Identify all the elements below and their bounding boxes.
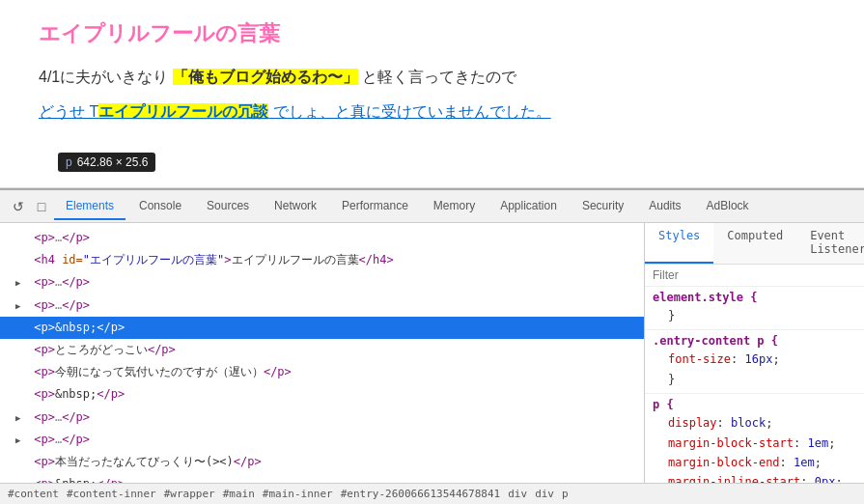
text2-prefix: どうせ T <box>39 103 98 120</box>
styles-tab-styles[interactable]: Styles <box>645 223 713 264</box>
devtools-panel: ↺ □ Elements Console Sources Network Per… <box>0 188 864 504</box>
tooltip-tag: p <box>66 155 72 169</box>
status-p[interactable]: p <box>562 488 569 500</box>
status-div2[interactable]: div <box>535 488 554 500</box>
triangle-icon <box>15 341 27 359</box>
triangle-icon <box>15 319 27 337</box>
tab-console[interactable]: Console <box>127 193 193 220</box>
style-section-entry: .entry-content p { font-size: 16px; } <box>645 330 864 394</box>
triangle-icon[interactable] <box>15 431 27 449</box>
tooltip-dimensions: 642.86 × 25.6 <box>77 155 149 169</box>
triangle-icon <box>15 229 27 247</box>
elem-line: <p>…</p> <box>0 406 644 429</box>
elem-line-selected: <p>&nbsp;</p> <box>0 317 644 339</box>
style-rule: margin-inline-start: 0px; <box>653 472 856 483</box>
status-wrapper[interactable]: #wrapper <box>164 488 215 500</box>
triangle-icon <box>15 453 27 471</box>
styles-tab-computed[interactable]: Computed <box>713 223 796 264</box>
tab-audits[interactable]: Audits <box>637 193 692 220</box>
elem-line: <p>&nbsp;</p> <box>0 473 644 483</box>
tab-performance[interactable]: Performance <box>330 193 420 220</box>
triangle-icon <box>15 251 27 269</box>
filter-bar <box>645 265 864 287</box>
styles-panel: Styles Computed Event Listeners element.… <box>645 223 864 483</box>
triangle-icon[interactable] <box>15 408 27 427</box>
devtools-main: <p>…</p> <h4 id="エイプリルフールの言葉">エイプリルフールの言… <box>0 223 864 483</box>
devtools-toolbar: ↺ □ Elements Console Sources Network Per… <box>0 190 864 223</box>
filter-input[interactable] <box>653 268 856 282</box>
styles-tab-event-listeners[interactable]: Event Listeners <box>796 223 864 264</box>
text2-highlight: エイプリルフールの冗談 <box>98 103 268 120</box>
triangle-icon <box>15 385 27 404</box>
style-section-element: element.style { } <box>645 287 864 330</box>
style-rule: font-size: 16px; <box>653 350 856 369</box>
page-text1: 4/1に夫がいきなり 「俺もブログ始めるわ〜」 と軽く言ってきたので <box>39 68 825 88</box>
triangle-icon[interactable] <box>15 273 27 292</box>
tab-network[interactable]: Network <box>263 193 328 220</box>
page-text2: どうせ Tエイプリルフールの冗談 でしょ、と真に受けていませんでした。 <box>39 102 825 123</box>
triangle-icon <box>15 475 27 483</box>
webpage-area: エイプリルフールの言葉 4/1に夫がいきなり 「俺もブログ始めるわ〜」 と軽く言… <box>0 0 864 188</box>
elem-line: <p>…</p> <box>0 429 644 451</box>
text1-prefix: 4/1に夫がいきなり <box>39 69 173 85</box>
status-content-inner[interactable]: #content-inner <box>67 488 156 500</box>
triangle-icon <box>15 363 27 381</box>
elem-line: <p>ところがどっこい</p> <box>0 339 644 361</box>
page-title: エイプリルフールの言葉 <box>39 19 825 48</box>
elem-line: <p>本当だったなんてびっくり〜(><)</p> <box>0 451 644 473</box>
elements-panel[interactable]: <p>…</p> <h4 id="エイプリルフールの言葉">エイプリルフールの言… <box>0 223 645 483</box>
elem-line: <p>…</p> <box>0 271 644 294</box>
tab-application[interactable]: Application <box>488 193 569 220</box>
elem-line: <p>…</p> <box>0 227 644 249</box>
status-bar: #content #content-inner #wrapper #main #… <box>0 483 864 504</box>
style-selector: p { <box>653 398 856 411</box>
text1-suffix: と軽く言ってきたので <box>358 69 516 85</box>
tab-adblock[interactable]: AdBlock <box>695 193 761 220</box>
elem-line: <h4 id="エイプリルフールの言葉">エイプリルフールの言葉</h4> <box>0 249 644 271</box>
elem-line: <p>&nbsp;</p> <box>0 383 644 406</box>
elem-line: <p>…</p> <box>0 294 644 317</box>
cursor-tool-icon[interactable]: ↺ <box>8 196 29 217</box>
status-main-inner[interactable]: #main-inner <box>263 488 333 500</box>
style-selector: .entry-content p { <box>653 334 856 348</box>
style-rule: display: block; <box>653 413 856 433</box>
elem-line: <p>今朝になって気付いたのですが（遅い）</p> <box>0 361 644 383</box>
tab-memory[interactable]: Memory <box>422 193 487 220</box>
style-rule: margin-block-start: 1em; <box>653 434 856 453</box>
tab-sources[interactable]: Sources <box>195 193 261 220</box>
style-rule: } <box>653 370 856 389</box>
style-selector: element.style { <box>653 291 856 304</box>
status-entry[interactable]: #entry-260066613544678841 <box>341 488 501 500</box>
styles-tabs: Styles Computed Event Listeners <box>645 223 864 265</box>
tab-elements[interactable]: Elements <box>54 193 125 220</box>
text1-highlight: 「俺もブログ始めるわ〜」 <box>173 69 358 85</box>
status-main[interactable]: #main <box>223 488 255 500</box>
status-div1[interactable]: div <box>508 488 527 500</box>
triangle-icon[interactable] <box>15 296 27 315</box>
box-tool-icon[interactable]: □ <box>31 196 52 217</box>
tab-security[interactable]: Security <box>571 193 635 220</box>
status-content[interactable]: #content <box>8 488 59 500</box>
style-section-p: p { display: block; margin-block-start: … <box>645 394 864 483</box>
text2-suffix: でしょ、と真に受けていませんでした。 <box>268 103 550 120</box>
style-rule: margin-block-end: 1em; <box>653 453 856 472</box>
element-tooltip: p 642.86 × 25.6 <box>58 153 155 172</box>
style-rule: } <box>653 306 856 325</box>
